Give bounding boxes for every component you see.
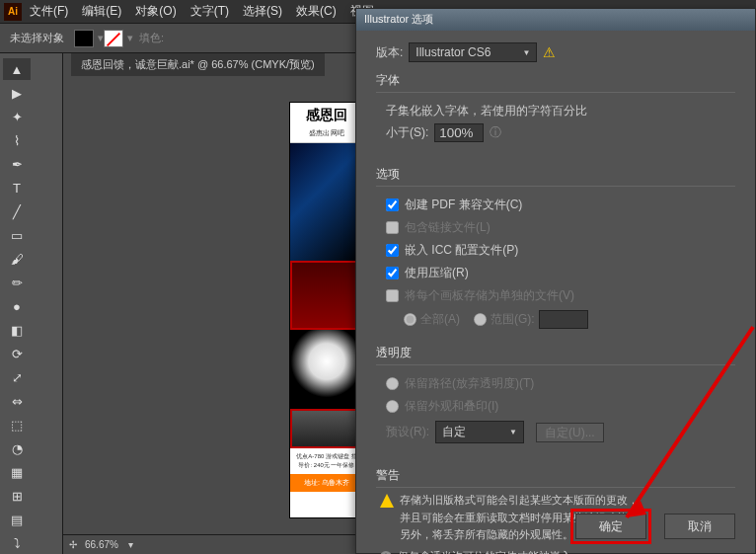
- zoom-level[interactable]: 66.67%: [85, 539, 118, 550]
- scale-tool[interactable]: ⤢: [3, 366, 31, 388]
- option-pdf-label: 创建 PDF 兼容文件(C): [405, 197, 522, 213]
- option-compression[interactable]: [386, 267, 399, 279]
- menu-file[interactable]: 文件(F): [30, 3, 68, 20]
- warning-section-title: 警告: [376, 467, 735, 488]
- pencil-tool[interactable]: ✏: [3, 272, 31, 293]
- width-tool[interactable]: ⇔: [3, 390, 31, 412]
- warning-text-2: 仅包含适当许可位的字体才能被嵌入。: [398, 550, 582, 554]
- warning-icon: [380, 494, 394, 508]
- free-transform-tool[interactable]: ⬚: [3, 414, 31, 435]
- fill-swatch[interactable]: [74, 30, 94, 47]
- direct-selection-tool[interactable]: ▶: [3, 82, 31, 104]
- font-subset-label: 子集化嵌入字体，若使用的字符百分比: [386, 103, 735, 119]
- rectangle-tool[interactable]: ▭: [3, 224, 31, 246]
- rotate-tool[interactable]: ⟳: [3, 343, 31, 364]
- zoom-mode-icon[interactable]: ✢: [69, 539, 77, 550]
- stroke-swatch[interactable]: [104, 30, 123, 47]
- selection-status: 未选择对象: [10, 31, 64, 45]
- artwork-image-keyboard2: [290, 409, 363, 448]
- line-tool[interactable]: ╱: [3, 200, 31, 222]
- preset-value: 自定: [442, 424, 466, 440]
- less-than-label: 小于(S):: [386, 124, 428, 141]
- trans1-label: 保留路径(放弃透明度)(T): [405, 375, 534, 392]
- eraser-tool[interactable]: ◧: [3, 319, 31, 341]
- blob-brush-tool[interactable]: ●: [3, 295, 31, 317]
- mesh-tool[interactable]: ⊞: [3, 485, 31, 507]
- artwork-image-keyboard: [290, 261, 363, 330]
- selection-tool[interactable]: ▲: [3, 58, 31, 80]
- option-pdf-compatible[interactable]: [386, 198, 399, 211]
- custom-button: 自定(U)...: [536, 423, 604, 442]
- chevron-down-icon: ▼: [509, 428, 517, 436]
- trans-preserve-appearance: [386, 400, 399, 413]
- trans2-label: 保留外观和叠印(I): [405, 398, 498, 415]
- pen-tool[interactable]: ✒: [3, 153, 31, 175]
- artwork-product-info: 优点A-780 游戏键盘 指导价: 240元 一年保修: [290, 448, 363, 474]
- option-artboards-label: 将每个画板存储为单独的文件(V): [405, 287, 574, 304]
- version-value: Illustrator CS6: [416, 45, 491, 59]
- option-include-linked: [386, 221, 399, 234]
- version-label: 版本:: [376, 44, 403, 61]
- less-than-input[interactable]: [434, 123, 484, 142]
- transparency-section-title: 透明度: [376, 345, 735, 365]
- warning-icon: ⚠: [543, 44, 556, 60]
- artwork-footer: 地址: 乌鲁木齐: [290, 474, 363, 492]
- option-embed-icc[interactable]: [386, 244, 399, 257]
- trans-preserve-paths: [386, 377, 399, 390]
- option-compress-label: 使用压缩(R): [405, 265, 469, 281]
- menu-effect[interactable]: 效果(C): [296, 3, 337, 20]
- option-icc-label: 嵌入 ICC 配置文件(P): [405, 242, 518, 259]
- options-section-title: 选项: [376, 166, 735, 187]
- illustrator-options-dialog: Illustrator 选项 版本: Illustrator CS6 ▼ ⚠ 字…: [355, 8, 756, 554]
- artwork-image-lightning: [290, 142, 363, 261]
- menu-type[interactable]: 文字(T): [190, 3, 229, 20]
- artwork-headline: 感恩回: [290, 103, 363, 128]
- fill-label: 填色:: [139, 31, 164, 45]
- version-select[interactable]: Illustrator CS6 ▼: [409, 42, 537, 62]
- warning-text-1: 存储为旧版格式可能会引起某些文本版面的更改，: [400, 494, 639, 506]
- radio-all: [404, 313, 416, 326]
- radio-all-label: 全部(A): [420, 311, 460, 328]
- range-input: [539, 310, 588, 329]
- option-separate-artboards: [386, 289, 399, 302]
- font-section-title: 字体: [376, 72, 735, 93]
- preset-select: 自定▼: [435, 421, 524, 443]
- dialog-title: Illustrator 选项: [356, 9, 755, 31]
- artboard: 感恩回 盛惠出 网吧 优点A-780 游戏键盘 指导价: 240元 一年保修 地…: [290, 103, 363, 517]
- gradient-tool[interactable]: ▤: [3, 509, 31, 530]
- preset-label: 预设(R):: [386, 424, 429, 440]
- document-tab[interactable]: 感恩回馈，诚意巨献.ai* @ 66.67% (CMYK/预览): [71, 53, 325, 76]
- lasso-tool[interactable]: ⌇: [3, 129, 31, 151]
- radio-range: [474, 313, 487, 326]
- chevron-down-icon: ▼: [522, 48, 530, 57]
- brush-tool[interactable]: 🖌: [3, 248, 31, 270]
- perspective-tool[interactable]: ▦: [3, 461, 31, 483]
- menu-edit[interactable]: 编辑(E): [82, 3, 121, 20]
- shape-builder-tool[interactable]: ◔: [3, 437, 31, 459]
- artwork-image-mouse: [290, 330, 363, 409]
- app-logo: Ai: [4, 3, 22, 21]
- toolbar: ▲ ▶ ✦ ⌇ ✒ T ╱ ▭ 🖌 ✏ ● ◧ ⟳ ⤢ ⇔ ⬚ ◔ ▦ ⊞ ▤ …: [0, 53, 63, 554]
- zoom-dropdown-icon[interactable]: ▾: [128, 539, 133, 550]
- option-linked-label: 包含链接文件(L): [405, 219, 491, 236]
- radio-range-label: 范围(G):: [491, 311, 535, 328]
- artwork-subtitle: 盛惠出 网吧: [290, 128, 363, 142]
- ok-button[interactable]: 确定: [575, 514, 646, 539]
- magic-wand-tool[interactable]: ✦: [3, 106, 31, 127]
- type-tool[interactable]: T: [3, 177, 31, 198]
- eyedropper-tool[interactable]: ⤵: [3, 532, 31, 554]
- info-icon: ⓘ: [490, 124, 501, 141]
- menu-object[interactable]: 对象(O): [135, 3, 176, 20]
- menu-select[interactable]: 选择(S): [243, 3, 282, 20]
- cancel-button[interactable]: 取消: [664, 514, 735, 539]
